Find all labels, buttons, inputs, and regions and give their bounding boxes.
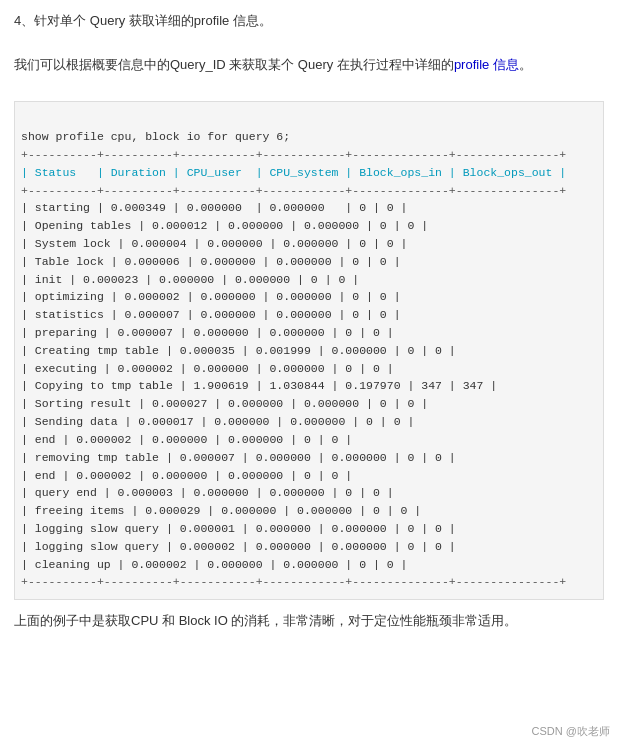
table-row: | Table lock | 0.000006 | 0.000000 | 0.0… [21, 255, 401, 268]
table-row: | System lock | 0.000004 | 0.000000 | 0.… [21, 237, 407, 250]
table-row: | Creating tmp table | 0.000035 | 0.0019… [21, 344, 456, 357]
code-block: show profile cpu, block io for query 6; … [14, 101, 604, 600]
table-row: | Sending data | 0.000017 | 0.000000 | 0… [21, 415, 414, 428]
table-row: | init | 0.000023 | 0.000000 | 0.000000 … [21, 273, 359, 286]
intro-line2-highlight: profile 信息 [454, 57, 519, 72]
footer-content: 上面的例子中是获取CPU 和 Block IO 的消耗，非常清晰，对于定位性能瓶… [14, 613, 517, 628]
table-header: | Status | Duration | CPU_user | CPU_sys… [21, 166, 566, 179]
table-row: | statistics | 0.000007 | 0.000000 | 0.0… [21, 308, 401, 321]
table-row: | Copying to tmp table | 1.900619 | 1.03… [21, 379, 497, 392]
table-row: | preparing | 0.000007 | 0.000000 | 0.00… [21, 326, 394, 339]
intro-line2-post: 。 [519, 57, 532, 72]
table-row: | Sorting result | 0.000027 | 0.000000 |… [21, 397, 428, 410]
intro-line1: 4、针对单个 Query 获取详细的profile 信息。 [14, 10, 604, 32]
intro-line2: 我们可以根据概要信息中的Query_ID 来获取某个 Query 在执行过程中详… [14, 54, 604, 76]
table-row: | query end | 0.000003 | 0.000000 | 0.00… [21, 486, 394, 499]
table-row: | optimizing | 0.000002 | 0.000000 | 0.0… [21, 290, 401, 303]
table-border-mid: +----------+----------+-----------+-----… [21, 184, 566, 197]
table-border-bottom: +----------+----------+-----------+-----… [21, 575, 566, 588]
intro-line2-pre: 我们可以根据概要信息中的Query_ID 来获取某个 Query 在执行过程中详… [14, 57, 454, 72]
sql-command: show profile cpu, block io for query 6; [21, 130, 290, 143]
intro-section: 4、针对单个 Query 获取详细的profile 信息。 我们可以根据概要信息… [14, 10, 604, 76]
table-row: | cleaning up | 0.000002 | 0.000000 | 0.… [21, 558, 407, 571]
table-row: | logging slow query | 0.000002 | 0.0000… [21, 540, 456, 553]
table-row: | executing | 0.000002 | 0.000000 | 0.00… [21, 362, 394, 375]
table-row: | end | 0.000002 | 0.000000 | 0.000000 |… [21, 433, 352, 446]
table-row: | Opening tables | 0.000012 | 0.000000 |… [21, 219, 428, 232]
table-row: | logging slow query | 0.000001 | 0.0000… [21, 522, 456, 535]
footer-text: 上面的例子中是获取CPU 和 Block IO 的消耗，非常清晰，对于定位性能瓶… [14, 610, 604, 632]
table-row: | end | 0.000002 | 0.000000 | 0.000000 |… [21, 469, 352, 482]
table-row: | starting | 0.000349 | 0.000000 | 0.000… [21, 201, 407, 214]
table-border-top: +----------+----------+-----------+-----… [21, 148, 566, 161]
table-row: | removing tmp table | 0.000007 | 0.0000… [21, 451, 456, 464]
table-row: | freeing items | 0.000029 | 0.000000 | … [21, 504, 421, 517]
